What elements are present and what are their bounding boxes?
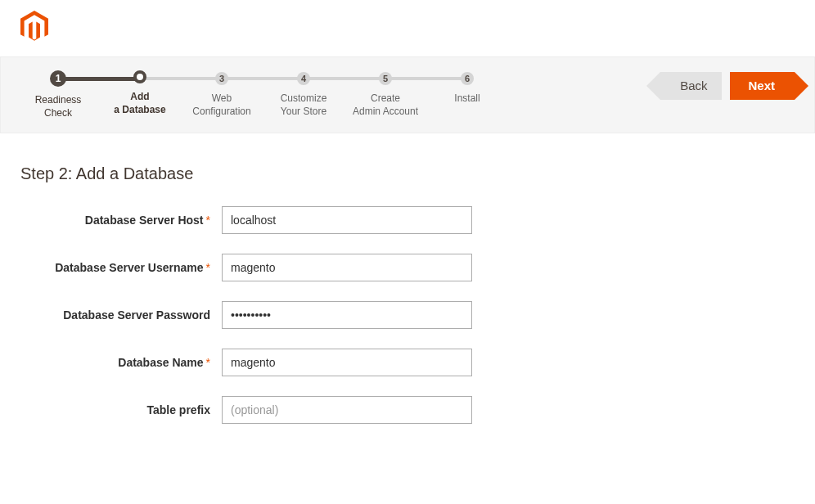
- step-dot: 3: [215, 72, 228, 85]
- install-progress-bar: 1ReadinessCheck2Adda Database3WebConfigu…: [0, 56, 815, 133]
- db-host-input[interactable]: [222, 206, 472, 234]
- step-dot: 2: [133, 70, 146, 83]
- next-button[interactable]: Next: [730, 72, 795, 100]
- step-dot: 5: [379, 72, 392, 85]
- step-dot: 1: [50, 70, 66, 87]
- magento-logo-icon: [20, 11, 48, 46]
- db-user-input[interactable]: [222, 254, 472, 281]
- page-title: Step 2: Add a Database: [20, 164, 815, 183]
- table-prefix-input[interactable]: [222, 396, 472, 424]
- db-name-label: Database Name*: [20, 356, 222, 369]
- step-label: CustomizeYour Store: [281, 92, 327, 118]
- db-host-label: Database Server Host*: [20, 214, 222, 227]
- step-dot: 4: [297, 72, 310, 85]
- table-prefix-label: Table prefix*: [20, 403, 222, 416]
- step-dot: 6: [461, 72, 474, 85]
- step-label: WebConfiguration: [192, 92, 250, 118]
- db-pass-input[interactable]: [222, 301, 472, 329]
- progress-step-1: 1ReadinessCheck: [17, 72, 99, 119]
- step-label: ReadinessCheck: [35, 93, 82, 119]
- step-label: Adda Database: [114, 90, 165, 116]
- step-label: Install: [454, 92, 480, 105]
- db-name-input[interactable]: [222, 349, 472, 376]
- db-user-label: Database Server Username*: [20, 261, 222, 274]
- back-button[interactable]: Back: [660, 72, 722, 100]
- db-pass-label: Database Server Password*: [20, 308, 222, 322]
- step-label: CreateAdmin Account: [353, 92, 418, 118]
